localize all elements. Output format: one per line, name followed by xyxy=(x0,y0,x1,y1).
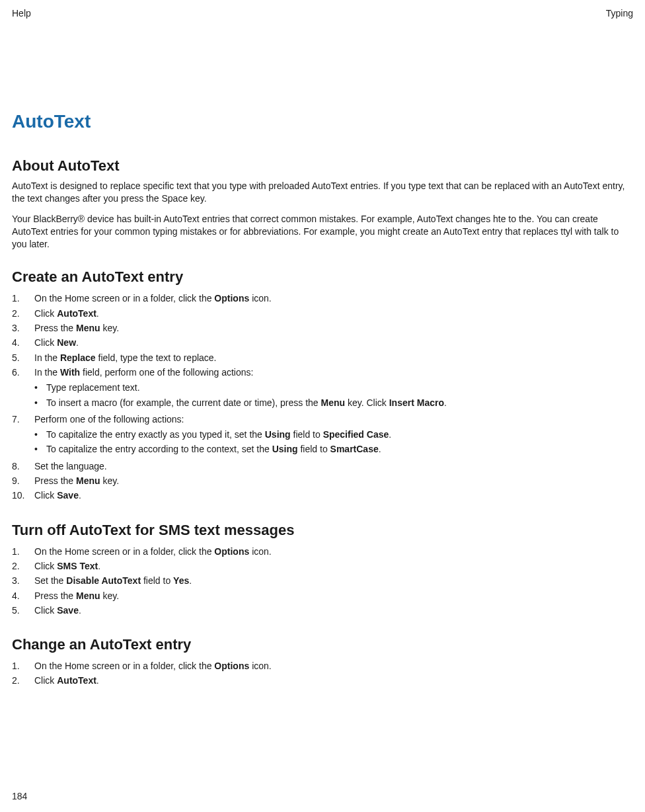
step: In the Replace field, type the text to r… xyxy=(12,350,633,365)
sub-item: Type replacement text. xyxy=(34,380,633,395)
change-steps: On the Home screen or in a folder, click… xyxy=(12,659,633,688)
step: Click AutoText. xyxy=(12,306,633,321)
turnoff-steps: On the Home screen or in a folder, click… xyxy=(12,544,633,618)
step: Press the Menu key. xyxy=(12,589,633,603)
section-about: About AutoText AutoText is designed to r… xyxy=(12,157,633,250)
page-title: AutoText xyxy=(12,111,633,132)
step: Click Save. xyxy=(12,603,633,618)
step: Perform one of the following actions: To… xyxy=(12,412,633,459)
header-right: Typing xyxy=(606,8,633,19)
step: Set the Disable AutoText field to Yes. xyxy=(12,573,633,588)
step: On the Home screen or in a folder, click… xyxy=(12,291,633,305)
step: Click New. xyxy=(12,335,633,350)
sub-list: To capitalize the entry exactly as you t… xyxy=(34,427,633,457)
step: Click Save. xyxy=(12,488,633,503)
sub-item: To capitalize the entry exactly as you t… xyxy=(34,427,633,442)
sub-list: Type replacement text. To insert a macro… xyxy=(34,380,633,410)
step: Click SMS Text. xyxy=(12,559,633,573)
step: Set the language. xyxy=(12,459,633,473)
about-paragraph-2: Your BlackBerry® device has built-in Aut… xyxy=(12,213,633,251)
step: Press the Menu key. xyxy=(12,473,633,488)
page: Help Typing AutoText About AutoText Auto… xyxy=(0,0,645,812)
section-turnoff: Turn off AutoText for SMS text messages … xyxy=(12,522,633,618)
step: Click AutoText. xyxy=(12,673,633,688)
heading-about: About AutoText xyxy=(12,157,633,175)
heading-turnoff: Turn off AutoText for SMS text messages xyxy=(12,522,633,539)
section-create: Create an AutoText entry On the Home scr… xyxy=(12,268,633,503)
step: On the Home screen or in a folder, click… xyxy=(12,544,633,559)
about-paragraph-1: AutoText is designed to replace specific… xyxy=(12,180,633,205)
sub-item: To insert a macro (for example, the curr… xyxy=(34,395,633,410)
header-left: Help xyxy=(12,8,31,19)
create-steps: On the Home screen or in a folder, click… xyxy=(12,291,633,503)
step: In the With field, perform one of the fo… xyxy=(12,365,633,412)
heading-change: Change an AutoText entry xyxy=(12,636,633,653)
section-change: Change an AutoText entry On the Home scr… xyxy=(12,636,633,688)
heading-create: Create an AutoText entry xyxy=(12,268,633,286)
running-header: Help Typing xyxy=(12,8,633,19)
step: Press the Menu key. xyxy=(12,321,633,335)
sub-item: To capitalize the entry according to the… xyxy=(34,442,633,456)
step: On the Home screen or in a folder, click… xyxy=(12,659,633,673)
page-number: 184 xyxy=(12,791,27,801)
